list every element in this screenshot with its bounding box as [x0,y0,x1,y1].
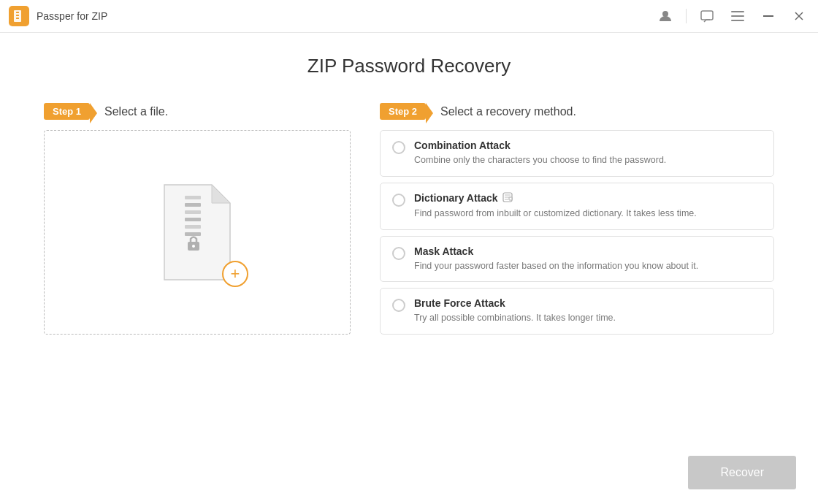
right-panel: Step 2 Select a recovery method. Combina… [380,103,774,335]
method-dictionary-info: Dictionary Attack Find password from inb… [414,192,762,221]
step1-header: Step 1 Select a file. [44,103,351,120]
method-bruteforce-radio[interactable] [392,299,405,312]
svg-rect-7 [731,15,744,17]
app-icon [9,6,29,26]
svg-rect-16 [185,225,201,229]
title-bar-controls [655,6,809,26]
user-icon[interactable] [655,6,676,26]
menu-icon[interactable] [727,6,748,26]
svg-point-19 [192,245,195,248]
method-combination-name: Combination Attack [414,140,762,151]
svg-rect-1 [16,12,19,13]
method-dictionary-radio[interactable] [392,194,405,207]
chat-icon[interactable] [697,6,717,26]
svg-rect-6 [731,11,744,12]
svg-point-4 [662,11,668,17]
svg-rect-15 [185,218,201,221]
svg-rect-2 [16,15,19,16]
method-combination[interactable]: Combination Attack Combine only the char… [380,130,774,177]
svg-rect-21 [509,197,512,200]
svg-rect-3 [16,18,19,19]
method-bruteforce-desc: Try all possible combinations. It takes … [414,311,762,325]
minimize-button[interactable] [758,6,779,26]
svg-rect-14 [185,210,201,214]
step2-header: Step 2 Select a recovery method. [380,103,774,120]
close-button[interactable] [789,6,809,26]
svg-rect-5 [701,11,713,20]
footer: Recover [688,456,796,489]
step2-badge: Step 2 [380,103,426,120]
method-list: Combination Attack Combine only the char… [380,130,774,335]
divider [686,9,687,23]
steps-container: Step 1 Select a file. [44,103,774,335]
method-bruteforce-info: Brute Force Attack Try all possible comb… [414,297,762,325]
title-bar-left: Passper for ZIP [9,6,107,26]
add-file-button[interactable]: + [222,261,248,287]
method-mask-desc: Find your password faster based on the i… [414,259,762,273]
svg-rect-8 [731,20,744,21]
method-combination-info: Combination Attack Combine only the char… [414,140,762,167]
svg-rect-9 [763,15,773,17]
file-drop-area[interactable]: + [44,130,351,335]
method-dictionary-desc: Find password from inbuilt or customized… [414,207,762,221]
method-bruteforce-name: Brute Force Attack [414,297,762,309]
method-mask[interactable]: Mask Attack Find your password faster ba… [380,236,774,283]
svg-rect-12 [185,196,201,199]
method-mask-name: Mask Attack [414,245,762,257]
zip-file-icon: + [157,181,237,283]
step1-label: Select a file. [104,105,168,118]
method-dictionary-name: Dictionary Attack [414,192,762,205]
app-title: Passper for ZIP [37,10,107,22]
left-panel: Step 1 Select a file. [44,103,351,335]
method-combination-desc: Combine only the characters you choose t… [414,153,762,167]
svg-rect-13 [185,203,201,207]
recover-button[interactable]: Recover [688,456,796,489]
method-mask-radio[interactable] [392,247,405,260]
main-content: ZIP Password Recovery Step 1 Select a fi… [0,33,818,356]
method-dictionary[interactable]: Dictionary Attack Find password from inb… [380,183,774,230]
dictionary-help-icon[interactable] [502,192,513,205]
svg-rect-17 [185,232,201,236]
title-bar: Passper for ZIP [0,0,818,33]
step2-label: Select a recovery method. [440,105,576,118]
page-title: ZIP Password Recovery [44,55,774,77]
method-combination-radio[interactable] [392,141,405,154]
method-bruteforce[interactable]: Brute Force Attack Try all possible comb… [380,288,774,335]
method-mask-info: Mask Attack Find your password faster ba… [414,245,762,273]
step1-badge: Step 1 [44,103,90,120]
